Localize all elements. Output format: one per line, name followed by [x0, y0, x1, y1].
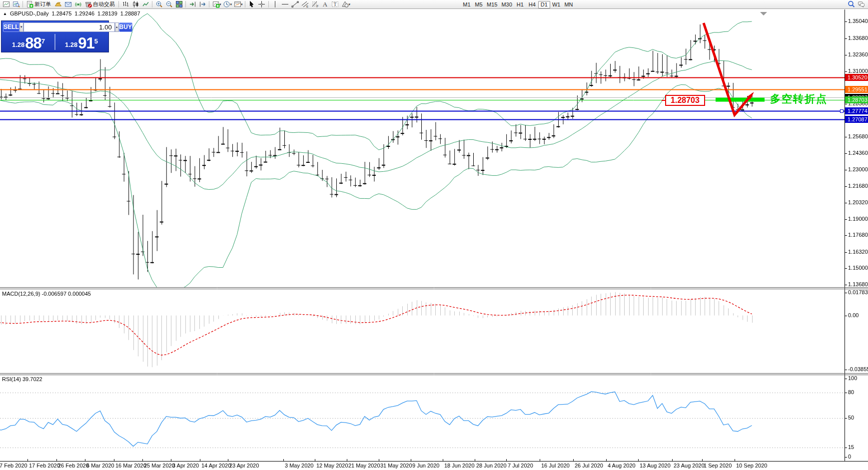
navigator-icon[interactable] — [73, 0, 83, 8]
price-axis-label: 1.19000 — [848, 216, 868, 222]
timeframe-m5-button[interactable]: M5 — [473, 1, 485, 8]
price-axis-label: 1.31000 — [848, 68, 868, 74]
timeframe-m15-button[interactable]: M15 — [485, 1, 499, 8]
line-chart-icon[interactable] — [140, 0, 150, 8]
data-window-icon[interactable] — [63, 0, 73, 8]
rsi-axis-label: 100 — [848, 375, 857, 381]
price-axis-label: 1.33680 — [848, 35, 868, 41]
support-price-tag[interactable]: 1.28703 — [665, 95, 705, 106]
templates-dropdown-icon[interactable]: ▾ — [241, 2, 243, 6]
buy-price-big: 91 — [78, 37, 94, 49]
price-badge-1.30520: 1.30520 — [845, 74, 868, 81]
tile-windows-icon[interactable] — [174, 0, 184, 8]
volume-input[interactable] — [23, 22, 115, 32]
buy-button[interactable]: BUY — [119, 22, 132, 32]
new-chart-icon[interactable] — [1, 0, 11, 8]
date-axis-label: 7 Jul 2020 — [508, 463, 533, 469]
toolbar-separator — [185, 1, 186, 7]
ohlc-low: 1.28139 — [97, 10, 117, 16]
equidistant-channel-icon[interactable]: E — [300, 0, 310, 8]
timeframe-w1-button[interactable]: W1 — [550, 1, 563, 8]
svg-text:F: F — [317, 4, 319, 8]
zoom-out-icon[interactable] — [164, 0, 174, 8]
vline-icon[interactable] — [270, 0, 280, 8]
text-icon[interactable]: A — [320, 0, 330, 8]
macd-signal-value: 0.000045 — [68, 291, 91, 297]
date-axis-label: 28 Jun 2020 — [476, 463, 507, 469]
price-axis-label: 1.17680 — [848, 232, 868, 238]
toolbar-separator — [152, 1, 152, 7]
toolbar-separator — [118, 1, 119, 7]
toolbar: 新订单自动交易▾▾▾EFAT▾ — [0, 0, 868, 9]
fibonacci-icon[interactable]: F — [310, 0, 320, 8]
timeframe-h4-button[interactable]: H4 — [526, 1, 538, 8]
price-axis-label: 1.20320 — [848, 199, 868, 205]
toolbar-separator — [245, 1, 245, 7]
date-axis-label: 3 Apr 2020 — [172, 463, 199, 469]
profiles-icon[interactable] — [11, 0, 21, 8]
shapes-dropdown-icon[interactable]: ▾ — [349, 2, 351, 6]
sell-price-button[interactable]: 1.28 88 7 — [2, 33, 54, 51]
periods-dropdown-icon[interactable]: ▾ — [230, 2, 232, 6]
new-order-label[interactable]: 新订单 — [34, 0, 51, 8]
text-label-icon[interactable]: T — [330, 0, 340, 8]
price-badge-1.27087: 1.27087 — [845, 116, 868, 123]
timeframe-m30-button[interactable]: M30 — [499, 1, 514, 8]
hline-icon[interactable] — [280, 0, 290, 8]
toolbar-separator — [268, 1, 269, 7]
new-order-icon[interactable] — [24, 0, 34, 8]
date-axis-label: 6 Mar 2020 — [86, 463, 114, 469]
date-axis-label: 23 Aug 2020 — [674, 463, 705, 469]
crosshair-icon[interactable] — [257, 0, 267, 8]
date-axis-label: 26 Jul 2020 — [575, 463, 603, 469]
autotrade-icon[interactable] — [83, 0, 93, 8]
toolbar-separator — [22, 1, 23, 7]
svg-text:T: T — [333, 1, 336, 7]
cursor-icon[interactable] — [247, 0, 257, 8]
buy-price-sup: 5 — [94, 37, 98, 45]
volume-increase-button[interactable]: ▲ — [115, 22, 119, 32]
date-axis-label: 23 Apr 2020 — [229, 463, 259, 469]
date-axis-label: 7 Feb 2020 — [0, 463, 27, 469]
timeframe-bar: M1M5M15M30H1H4D1W1MN — [461, 0, 575, 8]
date-axis-label: 21 May 2020 — [348, 463, 380, 469]
timeframe-m1-button[interactable]: M1 — [461, 1, 473, 8]
timeframe-h1-button[interactable]: H1 — [514, 1, 526, 8]
zoom-in-icon[interactable] — [154, 0, 164, 8]
chart-shift-icon[interactable] — [197, 0, 207, 8]
autotrade-label[interactable]: 自动交易 — [93, 0, 115, 8]
collapse-icon[interactable]: ▲ — [3, 11, 7, 16]
price-badge-1.27774: 1.27774 — [845, 107, 868, 114]
timeframe-d1-button[interactable]: D1 — [538, 1, 550, 8]
price-badge-1.29551: 1.29551 — [845, 86, 868, 93]
search-icon[interactable] — [846, 0, 856, 8]
chat-icon[interactable] — [856, 0, 866, 8]
price-axis-label: 1.23000 — [848, 166, 868, 172]
buy-price-button[interactable]: 1.28 91 5 — [55, 33, 107, 51]
date-axis-label: 1 Sep 2020 — [704, 463, 732, 469]
volume-decrease-button[interactable]: ▼ — [19, 22, 23, 32]
symbol-header: ▲ GBPUSD-,Daily 1.28475 1.29246 1.28139 … — [3, 10, 140, 16]
market-watch-icon[interactable] — [53, 0, 63, 8]
svg-text:A: A — [323, 0, 328, 8]
price-chart[interactable] — [0, 0, 868, 470]
sell-price-big: 88 — [25, 37, 41, 49]
rsi-axis-label: 50 — [848, 415, 854, 421]
candle-chart-icon[interactable] — [130, 0, 140, 8]
auto-scroll-icon[interactable] — [187, 0, 197, 8]
date-axis-label: 14 Apr 2020 — [201, 463, 231, 469]
date-axis-label: 3 May 2020 — [285, 463, 313, 469]
svg-text:E: E — [306, 5, 308, 8]
rsi-value: 39.7022 — [22, 376, 42, 382]
bar-chart-icon[interactable] — [120, 0, 130, 8]
rsi-axis-label: 15 — [848, 444, 854, 450]
sell-button[interactable]: SELL — [3, 22, 19, 32]
price-axis-label: 1.21680 — [848, 183, 868, 189]
trendline-icon[interactable] — [290, 0, 300, 8]
buy-price-int: 1.28 — [65, 41, 77, 48]
ohlc-close: 1.28887 — [120, 10, 140, 16]
timeframe-mn-button[interactable]: MN — [562, 1, 575, 8]
date-axis-label: 25 Mar 2020 — [144, 463, 175, 469]
indicators-dropdown-icon[interactable]: ▾ — [219, 2, 221, 6]
macd-label: MACD(12,26,9) -0.006597 0.000045 — [2, 291, 91, 297]
